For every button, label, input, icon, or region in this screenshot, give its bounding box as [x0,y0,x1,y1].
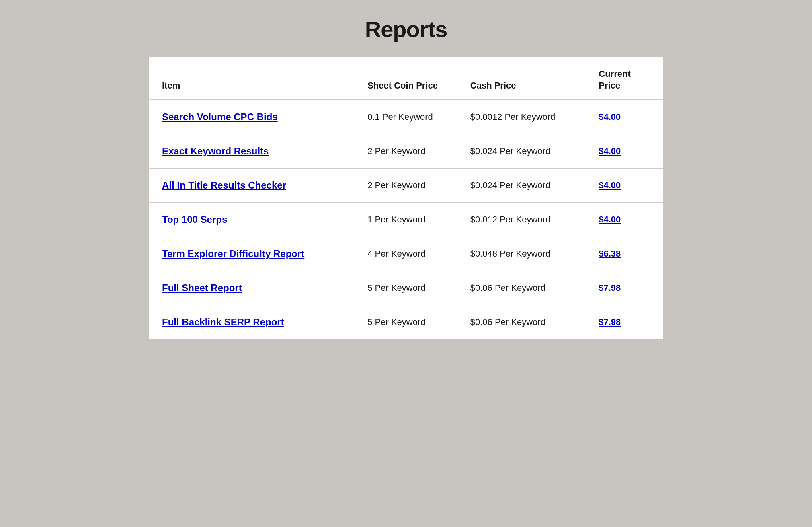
column-header-cash-price: Cash Price [457,57,586,100]
table-row: Full Backlink SERP Report5 Per Keyword$0… [149,305,663,340]
cell-coin-price-search-volume-cpc: 0.1 Per Keyword [355,100,457,134]
cell-cash-price-top-100-serps: $0.012 Per Keyword [457,203,586,237]
cell-cash-price-all-in-title-results: $0.024 Per Keyword [457,169,586,203]
cell-item-top-100-serps: Top 100 Serps [149,203,355,237]
table-row: Term Explorer Difficulty Report4 Per Key… [149,237,663,271]
cell-cash-price-full-backlink-serp: $0.06 Per Keyword [457,305,586,340]
page-title: Reports [365,16,447,42]
link-item-full-backlink-serp[interactable]: Full Backlink SERP Report [162,317,284,327]
link-item-exact-keyword-results[interactable]: Exact Keyword Results [162,146,269,156]
link-current-price-full-sheet-report[interactable]: $7.98 [599,283,621,293]
cell-current-price-top-100-serps: $4.00 [586,203,663,237]
cell-item-term-explorer-difficulty: Term Explorer Difficulty Report [149,237,355,271]
cell-item-all-in-title-results: All In Title Results Checker [149,169,355,203]
cell-item-exact-keyword-results: Exact Keyword Results [149,134,355,169]
column-header-item: Item [149,57,355,100]
table-row: Full Sheet Report5 Per Keyword$0.06 Per … [149,271,663,305]
cell-cash-price-exact-keyword-results: $0.024 Per Keyword [457,134,586,169]
cell-coin-price-full-backlink-serp: 5 Per Keyword [355,305,457,340]
cell-coin-price-top-100-serps: 1 Per Keyword [355,203,457,237]
table-row: Search Volume CPC Bids0.1 Per Keyword$0.… [149,100,663,134]
cell-cash-price-term-explorer-difficulty: $0.048 Per Keyword [457,237,586,271]
table-row: All In Title Results Checker2 Per Keywor… [149,169,663,203]
table-header-row: Item Sheet Coin Price Cash Price Current… [149,57,663,100]
link-current-price-full-backlink-serp[interactable]: $7.98 [599,317,621,327]
link-item-term-explorer-difficulty[interactable]: Term Explorer Difficulty Report [162,248,304,259]
cell-item-search-volume-cpc: Search Volume CPC Bids [149,100,355,134]
cell-coin-price-full-sheet-report: 5 Per Keyword [355,271,457,305]
cell-current-price-all-in-title-results: $4.00 [586,169,663,203]
cell-coin-price-term-explorer-difficulty: 4 Per Keyword [355,237,457,271]
cell-current-price-search-volume-cpc: $4.00 [586,100,663,134]
table-row: Exact Keyword Results2 Per Keyword$0.024… [149,134,663,169]
cell-coin-price-all-in-title-results: 2 Per Keyword [355,169,457,203]
cell-current-price-exact-keyword-results: $4.00 [586,134,663,169]
cell-current-price-full-sheet-report: $7.98 [586,271,663,305]
column-header-sheet-coin-price: Sheet Coin Price [355,57,457,100]
link-item-top-100-serps[interactable]: Top 100 Serps [162,214,227,225]
link-current-price-exact-keyword-results[interactable]: $4.00 [599,146,621,156]
cell-coin-price-exact-keyword-results: 2 Per Keyword [355,134,457,169]
link-item-full-sheet-report[interactable]: Full Sheet Report [162,282,242,293]
cell-current-price-full-backlink-serp: $7.98 [586,305,663,340]
cell-cash-price-search-volume-cpc: $0.0012 Per Keyword [457,100,586,134]
reports-table-container: Item Sheet Coin Price Cash Price Current… [149,57,663,340]
cell-item-full-sheet-report: Full Sheet Report [149,271,355,305]
cell-cash-price-full-sheet-report: $0.06 Per Keyword [457,271,586,305]
link-item-search-volume-cpc[interactable]: Search Volume CPC Bids [162,111,278,122]
link-current-price-term-explorer-difficulty[interactable]: $6.38 [599,249,621,259]
link-current-price-search-volume-cpc[interactable]: $4.00 [599,112,621,122]
cell-item-full-backlink-serp: Full Backlink SERP Report [149,305,355,340]
table-row: Top 100 Serps1 Per Keyword$0.012 Per Key… [149,203,663,237]
link-current-price-all-in-title-results[interactable]: $4.00 [599,180,621,190]
link-current-price-top-100-serps[interactable]: $4.00 [599,214,621,224]
cell-current-price-term-explorer-difficulty: $6.38 [586,237,663,271]
reports-table: Item Sheet Coin Price Cash Price Current… [149,57,663,339]
link-item-all-in-title-results[interactable]: All In Title Results Checker [162,180,286,191]
column-header-current-price: Current Price [586,57,663,100]
